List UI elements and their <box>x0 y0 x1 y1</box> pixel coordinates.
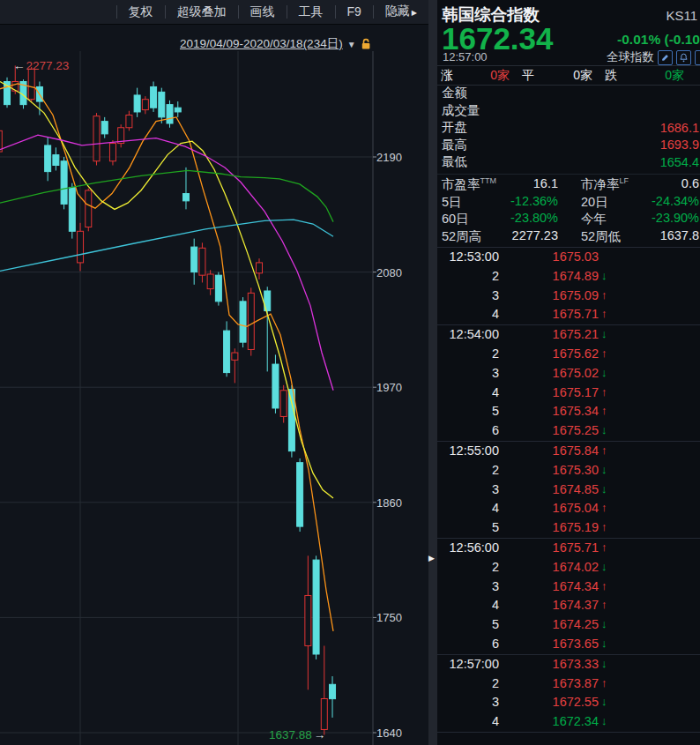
date-range-selector[interactable]: 2019/04/09-2020/03/18(234日) ▼ <box>180 36 372 52</box>
date-range-label[interactable]: 2019/04/09-2020/03/18(234日) <box>180 36 343 52</box>
tick-row[interactable]: 41675.17↑ <box>437 384 700 403</box>
low-annotation-value: 1637.88 <box>269 728 312 741</box>
tick-time: 12:53:00 <box>437 250 499 264</box>
ratio-label: 今年 <box>581 211 607 227</box>
tick-time: 4 <box>437 307 499 321</box>
tick-row[interactable]: 41675.71↑ <box>437 305 700 324</box>
quote-field-label: 金额 <box>442 85 467 101</box>
tick-price: 1675.21 <box>499 327 599 341</box>
toolbar-item-2[interactable]: 超级叠加 <box>166 0 238 24</box>
tick-row[interactable]: 12:54:001675.21↓ <box>437 325 700 345</box>
tick-price: 1675.25 <box>499 423 599 437</box>
quote-panel: 韩国综合指数 KS11 1672.34 -0.01% (-0.10 12:57:… <box>437 0 700 745</box>
advance-decline-row: 涨 0家 平 0家 跌 0家 <box>437 65 700 86</box>
toolbar-item-4[interactable]: 工具 <box>287 0 335 24</box>
tick-row[interactable]: 51674.25↓ <box>437 615 700 635</box>
global-index-link[interactable]: 全球指数 <box>607 49 654 65</box>
unchanged-count: 0家 <box>534 68 592 84</box>
tick-row[interactable]: 41675.04↑ <box>437 499 700 518</box>
tick-time: 12:57:00 <box>437 657 499 671</box>
tick-row[interactable]: 21675.62↑ <box>437 345 700 364</box>
tick-price: 1675.71 <box>499 307 599 321</box>
tick-price: 1674.85 <box>499 482 599 496</box>
tick-row[interactable]: 61673.65↓ <box>437 635 700 654</box>
tick-price: 1675.03 <box>499 250 599 264</box>
toolbar-item-5[interactable]: F9 <box>336 0 373 24</box>
index-code: KS11 <box>666 8 697 23</box>
arrow-down-icon: ↓ <box>601 463 607 476</box>
tick-row[interactable]: 21673.87↑ <box>437 674 700 694</box>
quote-field-label: 最高 <box>442 137 467 153</box>
toolbar-item-1[interactable]: 复权 <box>117 0 165 24</box>
tick-row[interactable]: 21674.89↓ <box>437 267 700 287</box>
arrow-down-icon: ↓ <box>601 269 607 282</box>
tick-price: 1674.37 <box>499 598 599 612</box>
high-annotation-value: 2277.23 <box>26 59 70 72</box>
tick-row[interactable]: 31674.34↑ <box>437 577 700 597</box>
quote-field-value: 1686.1 <box>660 121 699 135</box>
tick-row[interactable]: 21675.30↓ <box>437 461 700 481</box>
tick-time: 6 <box>437 423 499 437</box>
tick-price: 1675.02 <box>499 366 599 380</box>
tick-price: 1674.34 <box>499 579 599 593</box>
tick-list[interactable]: 12:53:001675.0321674.89↓31675.09↑41675.7… <box>437 247 700 733</box>
pane-divider[interactable]: ▶ <box>428 0 437 745</box>
tick-row[interactable]: 21674.02↓ <box>437 558 700 577</box>
quote-field-row: 最高1693.9 <box>437 137 700 154</box>
tick-row[interactable]: 51675.34↑ <box>437 402 700 421</box>
tick-price: 1674.02 <box>499 560 599 574</box>
tick-row[interactable]: 51675.19↑ <box>437 518 700 538</box>
tick-row[interactable]: 12:57:001673.33↓ <box>437 655 700 674</box>
tick-price: 1675.19 <box>499 520 599 534</box>
price-axis-label: 1640 <box>376 726 421 740</box>
tick-row[interactable]: 31675.09↑ <box>437 287 700 306</box>
unlock-icon[interactable] <box>361 38 372 50</box>
arrow-up-icon: ↑ <box>601 676 607 689</box>
alert-bell-icon[interactable] <box>676 50 691 65</box>
toolbar-item-3[interactable]: 画线 <box>239 0 287 24</box>
tick-row[interactable]: 31674.85↓ <box>437 481 700 500</box>
low-annotation: 1637.88 → <box>269 728 325 741</box>
quote-fields: 金额成交量开盘1686.1最高1693.9最低1654.4 <box>437 85 700 171</box>
arrow-up-icon: ↑ <box>601 598 607 611</box>
arrow-up-icon: ↑ <box>601 346 607 360</box>
tick-row[interactable]: 31672.55↓ <box>437 693 700 712</box>
quote-field-row: 金额 <box>437 85 700 102</box>
tick-price: 1675.62 <box>499 346 599 361</box>
tick-price: 1674.89 <box>499 269 599 283</box>
arrow-up-icon: ↑ <box>601 443 607 457</box>
arrow-down-icon: ↓ <box>601 560 607 573</box>
tick-row[interactable]: 31675.02↓ <box>437 364 700 384</box>
tick-time: 12:55:00 <box>437 443 499 458</box>
arrow-down-icon: ↓ <box>601 482 607 495</box>
tick-price: 1675.84 <box>499 443 599 458</box>
collapse-arrow-icon[interactable]: ▶ <box>428 554 435 562</box>
tick-time: 4 <box>437 714 499 728</box>
chevron-down-icon[interactable]: ▼ <box>347 40 356 49</box>
tick-group: 12:57:001673.33↓21673.87↑31672.55↓41672.… <box>437 655 700 733</box>
tick-row[interactable]: 12:56:001675.71↑ <box>437 539 700 558</box>
tick-time: 4 <box>437 385 499 399</box>
tick-row[interactable]: 12:53:001675.03 <box>437 248 700 267</box>
quote-field-label: 开盘 <box>442 119 467 136</box>
chart-toolbar: 复权超级叠加画线工具F9隐藏▶ <box>0 0 428 25</box>
tick-group: 12:55:001675.84↑21675.30↓31674.85↓41675.… <box>437 442 700 539</box>
tick-row[interactable]: 41672.34↓ <box>437 712 700 732</box>
candlestick-chart[interactable] <box>0 0 428 745</box>
tick-row[interactable]: 61675.25↓ <box>437 421 700 441</box>
tick-time: 4 <box>437 501 499 515</box>
tick-row[interactable]: 41674.37↑ <box>437 596 700 615</box>
tick-row[interactable]: 12:55:001675.84↑ <box>437 442 700 461</box>
ratio-row: 52周高2277.2352周低1637.8 <box>437 227 700 244</box>
quote-field-label: 成交量 <box>442 102 480 119</box>
hide-arrow-icon: ▶ <box>412 9 417 17</box>
high-annotation: ← 2277.23 <box>13 59 69 72</box>
advancers-count: 0家 <box>453 68 510 84</box>
kline-chart-pane: 复权超级叠加画线工具F9隐藏▶ 2019/04/09-2020/03/18(23… <box>0 0 428 745</box>
arrow-up-icon: ↑ <box>601 288 607 302</box>
tick-price: 1673.33 <box>499 657 599 671</box>
more-tools-icon[interactable] <box>695 50 700 65</box>
tick-group: 12:54:001675.21↓21675.62↑31675.02↓41675.… <box>437 325 700 442</box>
edit-icon[interactable] <box>658 50 673 65</box>
toolbar-item-6[interactable]: 隐藏▶ <box>374 0 428 25</box>
